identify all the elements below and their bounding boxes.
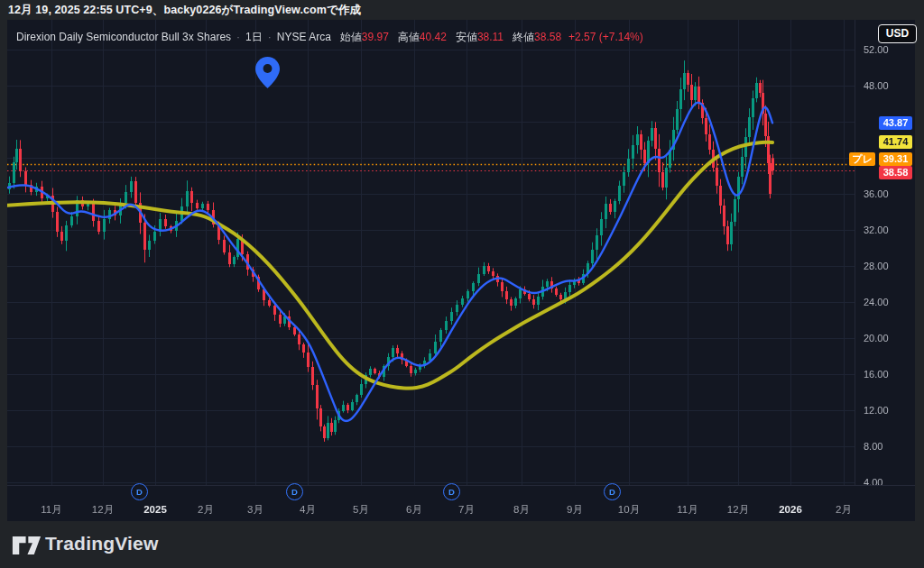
tradingview-snapshot: 12月 19, 2025 22:55 UTC+9、backy0226がTradi… — [0, 0, 924, 568]
time-tick-6月: 6月 — [394, 503, 434, 516]
ohlc-pair: 始値39.97 — [340, 31, 389, 43]
premarket-price-label: 39.31 — [879, 152, 912, 166]
dividend-marker[interactable]: D — [443, 483, 460, 500]
map-pin-icon[interactable] — [255, 57, 280, 88]
attribution-bar: 12月 19, 2025 22:55 UTC+9、backy0226がTradi… — [0, 0, 924, 20]
time-tick-8月: 8月 — [502, 503, 541, 516]
ma-fast-price-label: 43.87 — [879, 116, 912, 130]
currency-badge: USD — [878, 24, 917, 43]
time-tick-5月: 5月 — [341, 503, 381, 516]
price-tick: 36.00 — [864, 188, 910, 200]
price-tick: 28.00 — [864, 260, 910, 272]
time-tick-9月: 9月 — [555, 503, 595, 516]
price-axis[interactable]: 52.0048.0036.0032.0028.0024.0020.0016.00… — [855, 20, 916, 485]
tradingview-logo-icon[interactable] — [12, 535, 42, 556]
dividend-marker[interactable]: D — [604, 483, 621, 500]
price-tick: 20.00 — [864, 332, 910, 344]
legend-separator: · — [236, 31, 240, 43]
legend-separator: · — [268, 31, 272, 43]
price-tick: 48.00 — [864, 79, 910, 92]
chart-panel: Direxion Daily Semiconductor Bull 3x Sha… — [7, 20, 915, 521]
attribution-text: 12月 19, 2025 22:55 UTC+9、backy0226がTradi… — [8, 3, 361, 18]
price-tick: 52.00 — [864, 43, 910, 56]
time-tick-4月: 4月 — [288, 503, 328, 516]
ohlc-pair: 高値40.42 — [398, 31, 447, 43]
time-tick-12月: 12月 — [718, 503, 758, 516]
exchange-label: NYSE Arca — [277, 31, 331, 43]
time-tick-3月: 3月 — [236, 503, 275, 516]
time-tick-2月: 2月 — [186, 503, 226, 516]
time-tick-2025: 2025 — [135, 503, 175, 516]
dividend-marker[interactable]: D — [131, 483, 148, 500]
price-tick: 32.00 — [864, 224, 910, 236]
interval-label: 1日 — [245, 31, 263, 43]
time-axis[interactable]: 11月12月20252月3月4月5月6月7月8月9月10月11月12月20262… — [7, 485, 915, 522]
price-tick: 8.00 — [864, 440, 910, 453]
change-value: +2.57 (+7.14%) — [568, 31, 643, 43]
time-tick-2月: 2月 — [824, 503, 864, 516]
tradingview-wordmark[interactable]: TradingView — [45, 533, 159, 554]
symbol-title: Direxion Daily Semiconductor Bull 3x Sha… — [16, 31, 231, 43]
time-tick-10月: 10月 — [609, 503, 649, 516]
premarket-tag: プレ — [849, 152, 875, 166]
price-tick: 24.00 — [864, 296, 910, 308]
price-tick: 12.00 — [864, 404, 910, 417]
time-tick-2026: 2026 — [771, 503, 810, 516]
time-tick-7月: 7月 — [447, 503, 486, 516]
dividend-marker[interactable]: D — [286, 483, 303, 500]
ohlc-pair: 終値38.58 — [513, 31, 561, 43]
last-price-label: 38.58 — [879, 166, 912, 179]
footer-bar: TradingView — [0, 521, 924, 568]
price-tick: 16.00 — [864, 368, 910, 380]
price-chart-canvas[interactable] — [7, 20, 855, 485]
chart-legend[interactable]: Direxion Daily Semiconductor Bull 3x Sha… — [16, 30, 643, 45]
ma-slow-price-label: 41.74 — [879, 135, 912, 149]
time-tick-11月: 11月 — [668, 503, 707, 516]
ohlc-pair: 安値38.11 — [456, 31, 504, 43]
ohlc-values: 始値39.97高値40.42安値38.11終値38.58 — [331, 31, 561, 43]
time-tick-11月: 11月 — [32, 503, 71, 516]
time-tick-12月: 12月 — [83, 503, 123, 516]
